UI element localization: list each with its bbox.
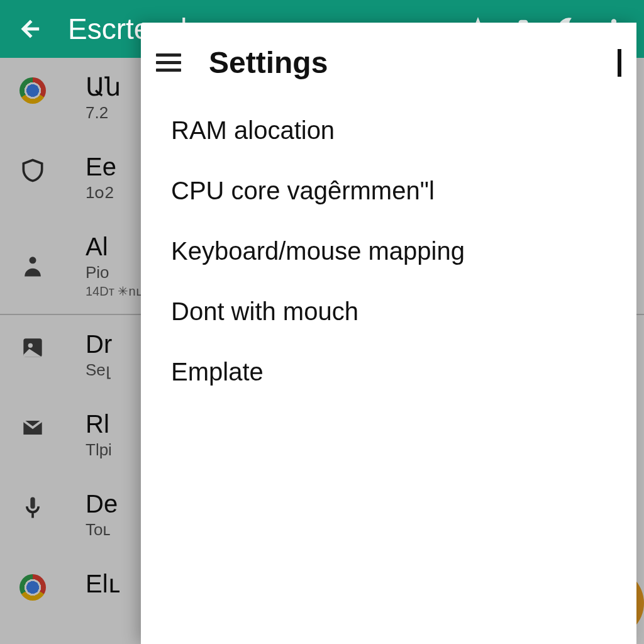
- list-item-sub: Piо: [86, 263, 142, 282]
- list-item-title: Al: [86, 233, 142, 260]
- list-item-title: Elւ: [86, 570, 119, 597]
- settings-item-keyboard-mouse[interactable]: Keyboard/mouse mapping: [166, 221, 631, 281]
- text-cursor-icon: [618, 49, 621, 77]
- panel-title: Settings: [209, 45, 618, 80]
- photo-icon: [15, 330, 50, 365]
- panel-items: RAM alocation CPU core vagêrmmen"l Keybo…: [141, 95, 636, 402]
- list-item-sub2: 14Dт ✳nւ: [86, 284, 142, 299]
- list-item-title: Rl: [86, 410, 112, 438]
- chrome-icon: [15, 570, 50, 605]
- settings-item-cpu[interactable]: CPU core vagêrmmen"l: [166, 160, 631, 221]
- svg-point-5: [28, 343, 33, 348]
- list-item-sub: 1օ2: [86, 183, 116, 203]
- chrome-icon: [15, 73, 50, 108]
- svg-rect-6: [30, 497, 35, 509]
- list-item-sub: 7.2: [86, 103, 121, 123]
- list-item-title: Dе: [86, 490, 118, 518]
- settings-item-emplate[interactable]: Emplate: [166, 341, 631, 402]
- settings-panel: Settings RAM alocation CPU core vagêrmme…: [141, 23, 636, 644]
- hamburger-icon[interactable]: [156, 48, 186, 78]
- list-item-sub: Tlpi: [86, 440, 112, 460]
- panel-header: Settings: [141, 28, 636, 95]
- settings-item-mouch[interactable]: Dont with mouch: [166, 281, 631, 341]
- settings-item-ram[interactable]: RAM alocation: [166, 100, 631, 160]
- mail-icon: [15, 410, 50, 445]
- list-item-title: Ան: [86, 73, 121, 101]
- svg-point-3: [30, 257, 36, 264]
- list-item-sub: Toւ: [86, 520, 118, 540]
- mic-icon: [15, 490, 50, 525]
- list-item-title: Dr: [86, 330, 112, 358]
- shield-icon: [15, 153, 50, 188]
- person-icon: [15, 248, 50, 284]
- back-icon[interactable]: [11, 10, 49, 48]
- list-item-title: Eе: [86, 153, 116, 180]
- list-item-sub: Seլ: [86, 360, 112, 380]
